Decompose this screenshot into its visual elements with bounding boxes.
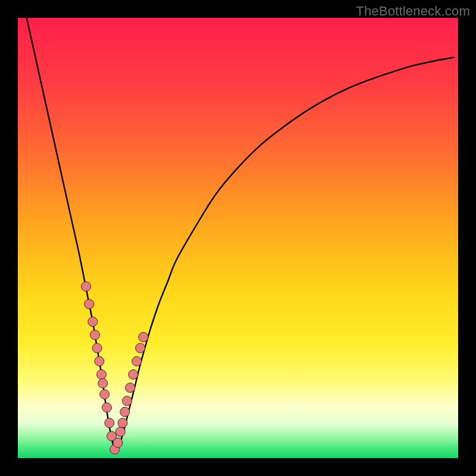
marker-dot: [92, 343, 102, 353]
marker-dot: [123, 396, 132, 406]
marker-dot: [88, 317, 98, 327]
marker-dot: [84, 299, 94, 309]
marker-dot: [90, 330, 100, 340]
marker-dot: [102, 403, 111, 412]
marker-dot: [82, 281, 91, 291]
marker-dot: [97, 369, 107, 379]
bottleneck-curve: [27, 18, 454, 450]
marker-dot: [98, 378, 108, 388]
marker-dot: [100, 390, 109, 399]
marker-dot: [115, 427, 125, 437]
marker-dot: [113, 438, 123, 447]
highlight-markers: [82, 281, 148, 454]
marker-dot: [120, 407, 130, 416]
marker-dot: [118, 418, 127, 428]
watermark-text: TheBottleneck.com: [356, 4, 470, 19]
marker-dot: [126, 383, 135, 393]
marker-dot: [132, 356, 142, 366]
marker-dot: [136, 343, 145, 353]
marker-dot: [105, 418, 114, 428]
chart-frame: TheBottleneck.com: [0, 0, 476, 476]
curve-layer: [18, 18, 458, 458]
marker-dot: [129, 369, 138, 379]
marker-dot: [139, 333, 148, 342]
marker-dot: [95, 356, 104, 366]
plot-area: [18, 18, 458, 458]
